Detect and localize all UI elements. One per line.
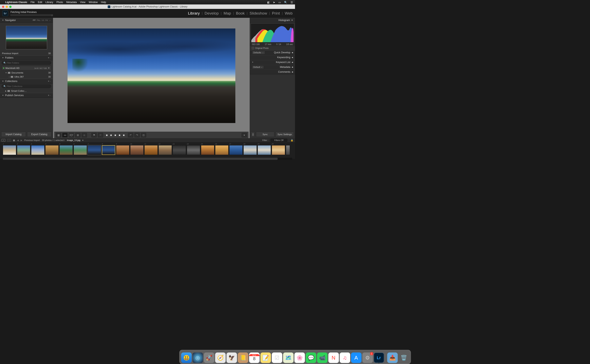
filmstrip-scrollbar-thumb[interactable]: [3, 158, 278, 160]
folders-filter-input[interactable]: 🔍 Filter Folders: [2, 61, 51, 65]
filmstrip-thumb[interactable]: [17, 145, 30, 155]
menu-metadata[interactable]: Metadata: [66, 1, 77, 4]
filmstrip-thumb[interactable]: [173, 145, 186, 155]
quick-develop-header[interactable]: Defaults Quick Develop ◀: [250, 50, 295, 55]
nav-3to1[interactable]: 3:1: [45, 19, 48, 21]
collections-add-icon[interactable]: + ·: [48, 80, 51, 83]
histogram-graph[interactable]: [251, 24, 294, 42]
collections-filter-input[interactable]: 🔍 Filter Collections: [2, 84, 51, 88]
filmstrip-thumb[interactable]: [187, 145, 200, 155]
filmstrip-scrollbar[interactable]: [3, 158, 292, 160]
loupe-image[interactable]: [67, 28, 235, 123]
rating-stars[interactable]: ★ ★ ★ ★ ★: [106, 134, 126, 137]
filmstrip-filename-dropdown-icon[interactable]: ▾: [82, 139, 84, 142]
primary-monitor-button[interactable]: 1: [2, 139, 5, 142]
catalog-previous-import[interactable]: Previous Import 30: [0, 51, 53, 55]
nav-1to1[interactable]: 1:1: [42, 19, 44, 21]
filmstrip-thumb[interactable]: [3, 145, 16, 155]
metadata-disclosure-icon[interactable]: ◀: [292, 66, 293, 68]
status-control-center-icon[interactable]: ☰: [291, 1, 293, 4]
flag-pick-button[interactable]: ⚑: [91, 133, 97, 137]
rotate-cw-button[interactable]: ↷: [134, 133, 140, 137]
filmstrip-thumb-selected[interactable]: ★★★★★: [102, 145, 115, 155]
module-web[interactable]: Web: [285, 11, 292, 16]
nav-fill[interactable]: FILL: [37, 19, 40, 21]
status-displays-icon[interactable]: ▭: [278, 1, 281, 4]
filter-lock-icon[interactable]: 🔒: [291, 139, 293, 142]
navigator-preview[interactable]: [6, 26, 47, 49]
filmstrip-thumb[interactable]: [215, 145, 228, 155]
comments-header[interactable]: Comments ◀: [250, 70, 295, 74]
filmstrip-thumb[interactable]: [73, 145, 87, 155]
status-spotlight-icon[interactable]: 🔍: [284, 1, 287, 4]
keywording-disclosure-icon[interactable]: ◀: [292, 56, 293, 58]
view-grid-button[interactable]: ▦: [56, 133, 61, 137]
filmstrip-thumbs[interactable]: ★★★★★ ★★★★★: [1, 145, 294, 155]
app-name-menu[interactable]: Lightroom Classic: [5, 1, 27, 4]
menu-file[interactable]: File: [31, 1, 35, 4]
filmstrip-thumb[interactable]: [60, 145, 73, 155]
filmstrip-thumb[interactable]: [272, 145, 285, 155]
sync-toggle-button[interactable]: ▯: [251, 132, 255, 137]
secondary-monitor-button[interactable]: 2: [7, 139, 11, 142]
publish-add-icon[interactable]: + ·: [48, 94, 51, 97]
filmstrip-thumb[interactable]: [159, 145, 172, 155]
histogram-header[interactable]: Histogram ▼: [250, 18, 295, 23]
menu-library[interactable]: Library: [46, 1, 53, 4]
histogram-disclosure-icon[interactable]: ▼: [291, 19, 293, 21]
filmstrip-thumb[interactable]: [144, 145, 158, 155]
menu-view[interactable]: View: [80, 1, 86, 4]
filmstrip-thumb[interactable]: [201, 145, 214, 155]
filmstrip-thumb[interactable]: [116, 145, 129, 155]
view-survey-button[interactable]: ⊞: [75, 133, 80, 137]
volume-macintosh-hd[interactable]: Macintosh HD 14.8 / 42.7 GB ▼: [2, 66, 51, 70]
keyword-list-header[interactable]: + Keyword List ◀: [250, 60, 295, 65]
original-photo-checkbox[interactable]: [252, 47, 254, 49]
folder-expand-icon[interactable]: ▹: [9, 76, 10, 78]
quick-develop-preset-dropdown[interactable]: Defaults: [252, 51, 265, 54]
filmstrip-filename[interactable]: Image_13.jpg: [67, 139, 80, 141]
flag-reject-button[interactable]: ⚐: [98, 133, 103, 137]
sync-settings-button[interactable]: Sync Settings: [276, 132, 294, 137]
metadata-preset-dropdown[interactable]: Default: [252, 65, 264, 69]
menu-edit[interactable]: Edit: [38, 1, 42, 4]
filmstrip-thumb[interactable]: [130, 145, 144, 155]
menu-window[interactable]: Window: [89, 1, 98, 4]
filmstrip-thumb[interactable]: [31, 145, 45, 155]
original-photo-row[interactable]: Original Photo: [250, 46, 295, 50]
view-compare-button[interactable]: X|Y: [69, 133, 74, 137]
window-maximize-button[interactable]: [9, 6, 12, 8]
export-catalog-button[interactable]: Export Catalog: [27, 132, 52, 137]
menu-photo[interactable]: Photo: [56, 1, 63, 4]
keywording-header[interactable]: Keywording ◀: [250, 55, 295, 60]
keyword-list-disclosure-icon[interactable]: ◀: [292, 61, 293, 63]
module-book[interactable]: Book: [236, 11, 245, 16]
publish-services-header[interactable]: ▼ Publish Services + ·: [0, 93, 53, 98]
folders-disclosure-icon[interactable]: ▼: [2, 57, 4, 59]
view-people-button[interactable]: ☺: [82, 133, 87, 137]
filmstrip-source[interactable]: Previous Import: [24, 139, 40, 141]
navigator-disclosure-icon[interactable]: ▼: [2, 19, 4, 21]
keyword-list-add-icon[interactable]: +: [252, 61, 253, 64]
folder-expand-icon[interactable]: ▼: [5, 72, 7, 74]
folders-add-icon[interactable]: + ·: [48, 56, 51, 59]
metadata-header[interactable]: Default Metadata ◀: [250, 65, 295, 70]
collections-disclosure-icon[interactable]: ▼: [2, 80, 4, 82]
filmstrip-thumb[interactable]: ★★★★★: [88, 145, 101, 155]
filmstrip-thumb[interactable]: [229, 145, 243, 155]
status-cc-icon[interactable]: ◧: [267, 1, 270, 4]
window-minimize-button[interactable]: [6, 6, 8, 8]
navigator-header[interactable]: ▼ Navigator FIT FILL 1:1 3:1 ⌄: [0, 18, 53, 23]
folder-documents[interactable]: ▼ Documents 30: [0, 71, 53, 75]
smart-collections[interactable]: ▶ Smart Collec…: [0, 89, 53, 93]
filmstrip-grid-icon[interactable]: ▦: [13, 139, 15, 142]
view-loupe-button[interactable]: ▭: [62, 133, 67, 137]
import-catalog-button[interactable]: Import Catalog: [1, 132, 26, 137]
rotate-ccw-button[interactable]: ↶: [128, 133, 133, 137]
filmstrip-back-button[interactable]: ◀: [17, 139, 19, 142]
status-arrow-icon[interactable]: ➤: [273, 1, 275, 4]
quick-develop-disclosure-icon[interactable]: ◀: [292, 52, 293, 53]
filters-off-dropdown[interactable]: Filters Off: [271, 139, 287, 142]
nav-zoom-dropdown-icon[interactable]: ⌄: [49, 19, 51, 21]
filmstrip-thumb[interactable]: [258, 145, 271, 155]
